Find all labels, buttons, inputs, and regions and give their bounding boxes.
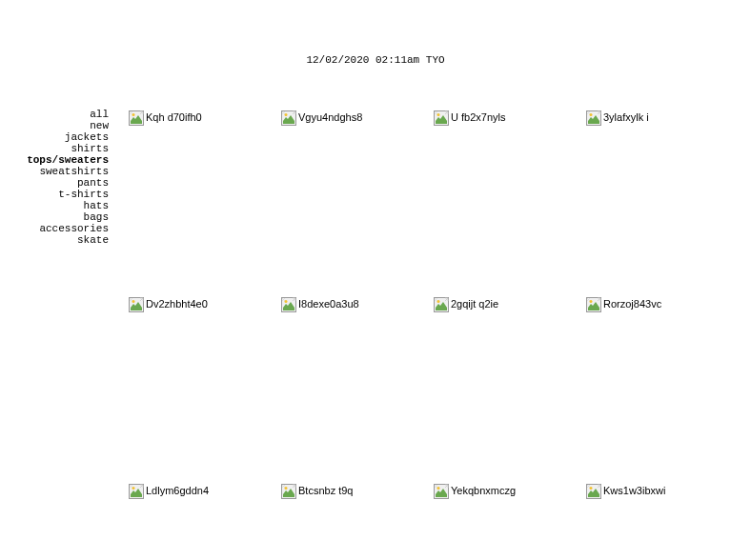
product-image: Rorzoj843vc <box>586 297 661 312</box>
product-image-alt: 3ylafxylk i <box>601 110 649 123</box>
product-item[interactable]: I8dexe0a3u8 <box>281 297 434 484</box>
broken-image-icon <box>129 110 144 126</box>
product-image: Btcsnbz t9q <box>281 484 353 499</box>
product-image: Dv2zhbht4e0 <box>129 297 208 312</box>
product-image-alt: I8dexe0a3u8 <box>296 297 359 310</box>
broken-image-icon <box>281 484 296 499</box>
product-item[interactable]: Kqh d70ifh0 <box>129 110 281 297</box>
product-image-alt: Ldlym6gddn4 <box>144 484 209 496</box>
product-image-alt: Dv2zhbht4e0 <box>144 297 208 310</box>
sidebar-item-sweatshirts[interactable]: sweatshirts <box>0 166 109 177</box>
product-image-alt: Btcsnbz t9q <box>296 484 353 496</box>
sidebar-item-pants[interactable]: pants <box>0 177 109 189</box>
product-item[interactable]: Dv2zhbht4e0 <box>129 297 281 484</box>
product-image-alt: Rorzoj843vc <box>601 297 661 310</box>
broken-image-icon <box>586 484 601 499</box>
broken-image-icon <box>129 484 144 499</box>
product-item[interactable]: Yekqbnxmczg <box>434 484 586 560</box>
sidebar-item-all[interactable]: all <box>0 109 109 120</box>
broken-image-icon <box>434 484 449 499</box>
sidebar-item-tshirts[interactable]: t-shirts <box>0 189 109 200</box>
product-item[interactable]: Ldlym6gddn4 <box>129 484 281 560</box>
product-image: I8dexe0a3u8 <box>281 297 359 312</box>
broken-image-icon <box>586 110 601 126</box>
product-image-alt: Yekqbnxmczg <box>449 484 516 496</box>
sidebar-item-accessories[interactable]: accessories <box>0 223 109 234</box>
broken-image-icon <box>586 297 601 312</box>
product-item[interactable]: Btcsnbz t9q <box>281 484 434 560</box>
product-image: U fb2x7nyls <box>434 110 505 126</box>
product-image-alt: Kws1w3ibxwi <box>601 484 665 496</box>
broken-image-icon <box>434 110 449 126</box>
product-image-alt: Vgyu4ndghs8 <box>296 110 362 123</box>
product-item[interactable]: 2gqijt q2ie <box>434 297 586 484</box>
product-item[interactable]: Vgyu4ndghs8 <box>281 110 434 297</box>
sidebar-item-jackets[interactable]: jackets <box>0 131 109 143</box>
product-item[interactable]: U fb2x7nyls <box>434 110 586 297</box>
product-image: Ldlym6gddn4 <box>129 484 209 499</box>
product-image: Kws1w3ibxwi <box>586 484 665 499</box>
product-image: Yekqbnxmczg <box>434 484 516 499</box>
broken-image-icon <box>281 110 296 126</box>
product-image: Kqh d70ifh0 <box>129 110 202 126</box>
product-image: 3ylafxylk i <box>586 110 649 126</box>
sidebar-item-shirts[interactable]: shirts <box>0 143 109 154</box>
product-item[interactable]: Kws1w3ibxwi <box>586 484 739 560</box>
header-datetime: 12/02/2020 02:11am TYO <box>0 54 751 66</box>
sidebar-item-bags[interactable]: bags <box>0 211 109 223</box>
category-sidebar: allnewjacketsshirtstops/sweaterssweatshi… <box>0 109 109 246</box>
broken-image-icon <box>129 297 144 312</box>
product-image-alt: U fb2x7nyls <box>449 110 505 123</box>
product-item[interactable]: 3ylafxylk i <box>586 110 739 297</box>
sidebar-item-new[interactable]: new <box>0 120 109 131</box>
broken-image-icon <box>281 297 296 312</box>
product-grid: Kqh d70ifh0Vgyu4ndghs8U fb2x7nyls3ylafxy… <box>129 110 739 560</box>
product-item[interactable]: Rorzoj843vc <box>586 297 739 484</box>
sidebar-item-topssweaters[interactable]: tops/sweaters <box>0 154 109 166</box>
product-image-alt: 2gqijt q2ie <box>449 297 498 310</box>
broken-image-icon <box>434 297 449 312</box>
product-image: Vgyu4ndghs8 <box>281 110 362 126</box>
sidebar-item-hats[interactable]: hats <box>0 200 109 211</box>
sidebar-item-skate[interactable]: skate <box>0 234 109 246</box>
product-image-alt: Kqh d70ifh0 <box>144 110 202 123</box>
product-image: 2gqijt q2ie <box>434 297 498 312</box>
